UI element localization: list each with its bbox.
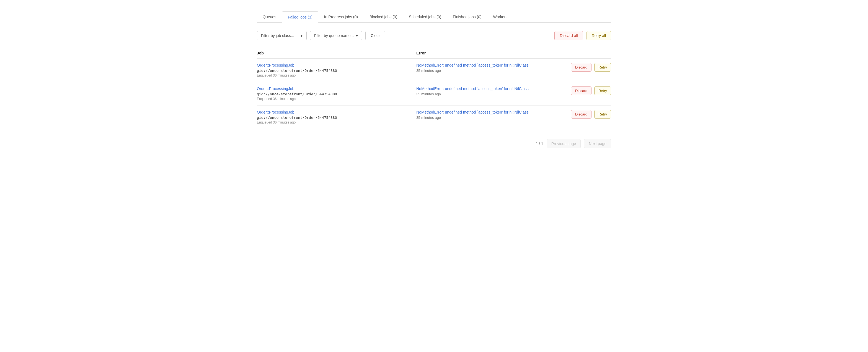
- discard-all-button[interactable]: Discard all: [554, 31, 583, 40]
- chevron-down-icon: ▾: [301, 33, 303, 38]
- filter-queue-name-label: Filter by queue name...: [314, 33, 354, 38]
- filter-queue-name-dropdown[interactable]: Filter by queue name... ▾: [310, 31, 362, 40]
- actions-cell-1: Discard Retry: [558, 82, 611, 106]
- error-time-0: 35 minutes ago: [416, 69, 558, 73]
- table-row: Order::ProcessingJob gid://once-storefro…: [257, 82, 611, 106]
- tab-workers[interactable]: Workers: [488, 11, 514, 23]
- job-enqueued-0: Enqueued 36 minutes ago: [257, 73, 416, 77]
- clear-button[interactable]: Clear: [365, 31, 385, 40]
- retry-all-button[interactable]: Retry all: [587, 31, 611, 40]
- discard-button-0[interactable]: Discard: [571, 63, 591, 72]
- job-cell-0: Order::ProcessingJob gid://once-storefro…: [257, 58, 416, 82]
- filter-job-class-label: Filter by job class...: [261, 33, 294, 38]
- retry-button-0[interactable]: Retry: [594, 63, 611, 72]
- col-header-actions: [558, 48, 611, 58]
- tab-blocked-jobs[interactable]: Blocked jobs (0): [364, 11, 403, 23]
- retry-button-1[interactable]: Retry: [594, 86, 611, 95]
- table-row: Order::ProcessingJob gid://once-storefro…: [257, 106, 611, 129]
- tab-scheduled-jobs[interactable]: Scheduled jobs (0): [403, 11, 447, 23]
- tab-finished-jobs[interactable]: Finished jobs (0): [447, 11, 488, 23]
- error-message-1: NoMethodError: undefined method `access_…: [416, 86, 558, 91]
- job-cell-2: Order::ProcessingJob gid://once-storefro…: [257, 106, 416, 129]
- tab-queues[interactable]: Queues: [257, 11, 282, 23]
- page-info: 1 / 1: [535, 141, 543, 146]
- job-name-link-0[interactable]: Order::ProcessingJob: [257, 63, 416, 67]
- job-cell-1: Order::ProcessingJob gid://once-storefro…: [257, 82, 416, 106]
- actions-cell-2: Discard Retry: [558, 106, 611, 129]
- filter-job-class-dropdown[interactable]: Filter by job class... ▾: [257, 31, 307, 40]
- next-page-button[interactable]: Next page: [584, 139, 611, 148]
- error-time-1: 35 minutes ago: [416, 92, 558, 96]
- job-name-link-2[interactable]: Order::ProcessingJob: [257, 110, 416, 114]
- actions-cell-0: Discard Retry: [558, 58, 611, 82]
- main-container: Queues Failed jobs (3) In Progress jobs …: [240, 0, 628, 160]
- retry-button-2[interactable]: Retry: [594, 110, 611, 118]
- error-cell-0: NoMethodError: undefined method `access_…: [416, 58, 558, 82]
- col-header-job: Job: [257, 48, 416, 58]
- chevron-down-icon: ▾: [356, 33, 358, 38]
- tab-failed-jobs[interactable]: Failed jobs (3): [282, 11, 318, 23]
- jobs-table: Job Error Order::ProcessingJob gid://onc…: [257, 48, 611, 129]
- previous-page-button[interactable]: Previous page: [547, 139, 581, 148]
- tab-in-progress-jobs[interactable]: In Progress jobs (0): [318, 11, 364, 23]
- job-name-link-1[interactable]: Order::ProcessingJob: [257, 86, 416, 91]
- error-message-2: NoMethodError: undefined method `access_…: [416, 110, 558, 114]
- job-gid-1: gid://once-storefront/Order/644754880: [257, 92, 416, 96]
- discard-button-1[interactable]: Discard: [571, 86, 591, 95]
- job-gid-2: gid://once-storefront/Order/644754880: [257, 115, 416, 120]
- error-message-0: NoMethodError: undefined method `access_…: [416, 63, 558, 67]
- discard-button-2[interactable]: Discard: [571, 110, 591, 118]
- col-header-error: Error: [416, 48, 558, 58]
- error-cell-2: NoMethodError: undefined method `access_…: [416, 106, 558, 129]
- toolbar: Filter by job class... ▾ Filter by queue…: [257, 31, 611, 40]
- error-time-2: 35 minutes ago: [416, 115, 558, 120]
- pagination: 1 / 1 Previous page Next page: [257, 139, 611, 148]
- tabs-nav: Queues Failed jobs (3) In Progress jobs …: [257, 11, 611, 23]
- table-row: Order::ProcessingJob gid://once-storefro…: [257, 58, 611, 82]
- job-enqueued-2: Enqueued 36 minutes ago: [257, 120, 416, 124]
- error-cell-1: NoMethodError: undefined method `access_…: [416, 82, 558, 106]
- job-enqueued-1: Enqueued 36 minutes ago: [257, 97, 416, 101]
- job-gid-0: gid://once-storefront/Order/644754880: [257, 69, 416, 73]
